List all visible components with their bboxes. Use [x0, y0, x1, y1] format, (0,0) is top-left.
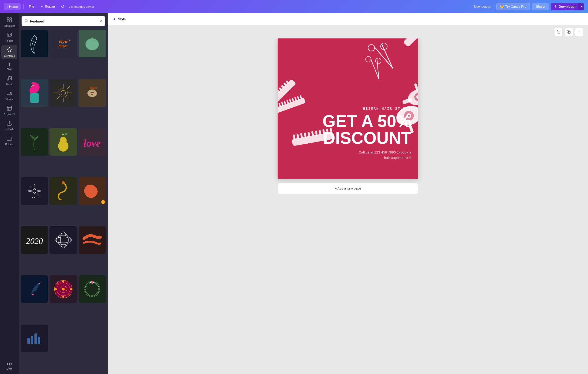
- element-lime[interactable]: [79, 30, 106, 57]
- svg-text:*: *: [34, 186, 35, 188]
- resize-icon: ⇔: [41, 5, 44, 9]
- share-button[interactable]: Share: [532, 3, 549, 10]
- svg-point-24: [59, 89, 68, 97]
- svg-point-40: [60, 137, 67, 144]
- element-pear[interactable]: [50, 128, 77, 156]
- crown-icon: 👑: [500, 5, 504, 9]
- undo-button[interactable]: ↺: [59, 3, 66, 10]
- search-input[interactable]: [30, 19, 97, 23]
- svg-rect-9: [7, 92, 10, 95]
- duplicate-page-button[interactable]: [554, 28, 563, 36]
- sidebar-item-templates[interactable]: Templates: [1, 15, 17, 29]
- resize-label: Resize: [45, 5, 55, 9]
- svg-point-54: [55, 237, 72, 243]
- design-subtext: Call us at 123 456 7890 to book ahair ap…: [322, 150, 411, 160]
- svg-rect-116: [289, 99, 292, 103]
- design-headline: GET A 50% DISCOUNT: [322, 113, 411, 146]
- svg-point-23: [61, 91, 66, 95]
- element-bird[interactable]: [21, 30, 48, 57]
- element-swoosh[interactable]: [79, 226, 106, 254]
- element-blob[interactable]: 👑: [79, 177, 106, 205]
- canvas-scroll[interactable]: HEIMAN HAIR STUDIO GET A 50% DISCOUNT Ca…: [108, 38, 588, 374]
- download-dropdown-button[interactable]: ▾: [578, 3, 584, 10]
- text-icon: T: [8, 62, 11, 67]
- svg-rect-3: [10, 20, 11, 22]
- sidebar-item-music[interactable]: Music: [1, 73, 17, 88]
- svg-rect-82: [38, 337, 40, 344]
- element-sunburst[interactable]: [50, 79, 77, 106]
- elements-grid: super duper ✦ ✦: [19, 28, 108, 374]
- svg-text:✿: ✿: [38, 196, 38, 197]
- element-dark-bird[interactable]: [21, 275, 48, 303]
- download-group: ⬇ Download ▾: [551, 3, 584, 10]
- add-new-page-button[interactable]: + Add a new page: [278, 183, 418, 194]
- element-scribble[interactable]: [50, 226, 77, 254]
- svg-rect-115: [286, 100, 289, 104]
- svg-text:2020: 2020: [26, 237, 43, 246]
- file-button[interactable]: File: [26, 3, 37, 10]
- svg-rect-120: [300, 95, 303, 100]
- element-2020[interactable]: 2020: [21, 226, 48, 254]
- element-sloth[interactable]: [79, 79, 106, 106]
- element-floral[interactable]: * ✿ ✿: [21, 177, 48, 205]
- main-area: Templates Photos Elements T Text: [0, 13, 588, 374]
- sidebar-item-background[interactable]: Bkground: [1, 104, 17, 118]
- panel-search-area: ✕: [19, 13, 108, 28]
- studio-name: HEIMAN HAIR STUDIO: [322, 107, 411, 110]
- style-bar: ✦ Style: [108, 13, 588, 25]
- svg-point-71: [54, 288, 57, 290]
- chevron-left-icon: ‹: [7, 5, 8, 9]
- element-superduper[interactable]: super duper ✦ ✦: [50, 30, 77, 57]
- sidebar-item-more[interactable]: ••• More: [1, 359, 17, 372]
- svg-rect-122: [293, 134, 296, 140]
- templates-label: Templates: [3, 24, 15, 27]
- svg-text:love: love: [84, 137, 101, 149]
- try-pro-button[interactable]: 👑 Try Canva Pro: [496, 3, 530, 10]
- copy-page-button[interactable]: [565, 28, 573, 36]
- download-button[interactable]: ⬇ Download: [551, 3, 578, 10]
- svg-point-101: [374, 57, 382, 65]
- svg-rect-0: [7, 18, 9, 20]
- element-snake[interactable]: [50, 177, 77, 205]
- new-design-button[interactable]: New design: [471, 3, 494, 10]
- add-page-toolbar-button[interactable]: [575, 28, 583, 36]
- svg-rect-11: [7, 106, 11, 110]
- headline-line1: GET A 50%: [322, 113, 411, 130]
- sidebar-item-folders[interactable]: Folders: [1, 134, 17, 148]
- canvas-area: ✦ Style: [108, 13, 588, 374]
- resize-button[interactable]: ⇔ Resize: [38, 3, 57, 10]
- design-card[interactable]: HEIMAN HAIR STUDIO GET A 50% DISCOUNT Ca…: [278, 38, 418, 179]
- svg-rect-81: [34, 333, 37, 344]
- element-wreath[interactable]: [79, 275, 106, 303]
- templates-icon: [7, 17, 12, 23]
- svg-text:✦: ✦: [56, 47, 58, 49]
- home-button[interactable]: ‹ Home: [4, 3, 21, 10]
- uploads-label: Uploads: [5, 128, 14, 131]
- svg-marker-6: [7, 47, 12, 52]
- svg-point-76: [91, 281, 93, 283]
- top-nav: ‹ Home File ⇔ Resize ↺ All changes saved…: [0, 0, 588, 13]
- sidebar-item-elements[interactable]: Elements: [1, 45, 17, 59]
- sidebar-item-text[interactable]: T Text: [1, 60, 17, 73]
- design-text-area: HEIMAN HAIR STUDIO GET A 50% DISCOUNT Ca…: [322, 107, 411, 160]
- svg-marker-10: [10, 92, 12, 95]
- search-clear-button[interactable]: ✕: [99, 19, 102, 23]
- svg-point-78: [93, 282, 94, 283]
- text-label: Text: [7, 68, 12, 71]
- svg-point-37: [91, 92, 92, 93]
- sidebar-item-photos[interactable]: Photos: [1, 30, 17, 44]
- element-hand-plant[interactable]: [21, 128, 48, 156]
- sidebar-item-videos[interactable]: Videos: [1, 89, 17, 103]
- svg-point-48: [62, 181, 65, 184]
- element-mandala[interactable]: [50, 275, 77, 303]
- element-woman[interactable]: [21, 79, 48, 106]
- svg-point-53: [58, 233, 68, 247]
- svg-rect-109: [278, 97, 306, 114]
- element-bars[interactable]: [21, 324, 48, 352]
- svg-point-55: [61, 232, 66, 248]
- download-icon: ⬇: [555, 5, 557, 9]
- svg-point-72: [70, 288, 73, 290]
- style-icon: ✦: [113, 17, 116, 22]
- sidebar-item-uploads[interactable]: Uploads: [1, 119, 17, 133]
- element-love[interactable]: love: [79, 128, 106, 156]
